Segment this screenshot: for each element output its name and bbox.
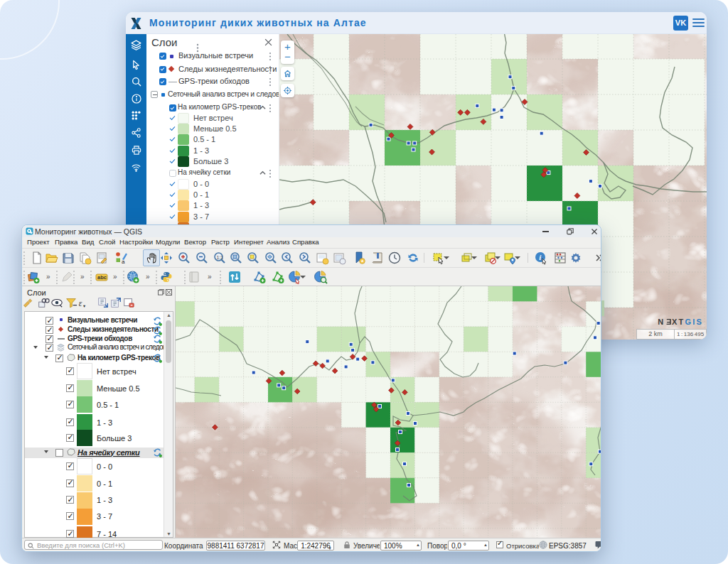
svg-text:ε: ε xyxy=(78,299,82,308)
svg-text:1:1: 1:1 xyxy=(217,255,224,260)
svg-text:a: a xyxy=(122,259,125,265)
svg-text:▾: ▾ xyxy=(83,303,86,308)
svg-text:abc: abc xyxy=(97,274,107,281)
